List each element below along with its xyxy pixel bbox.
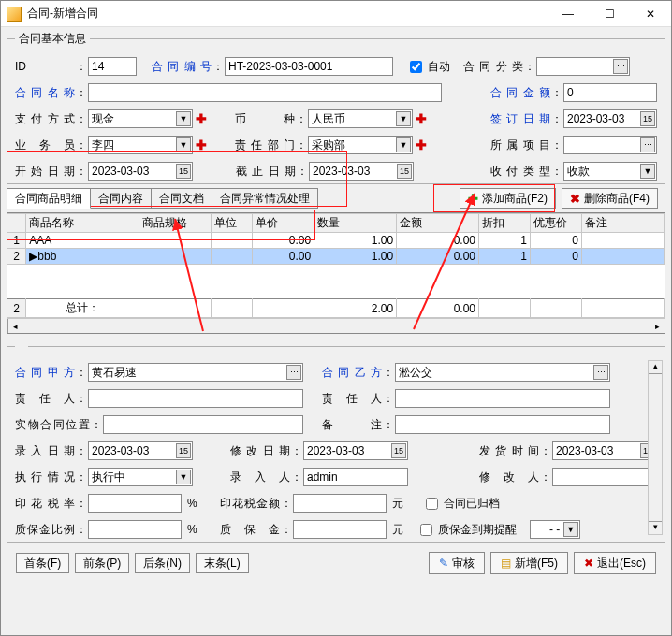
- delete-item-button[interactable]: ✖删除商品(F4): [562, 188, 658, 209]
- deposit-rate-field[interactable]: [88, 520, 182, 539]
- plus-icon[interactable]: ✚: [196, 137, 207, 152]
- lbl-category: 合同分类: [463, 59, 523, 75]
- calendar-icon[interactable]: 15: [640, 111, 655, 126]
- stamp-icon: ✎: [439, 556, 448, 570]
- maximize-button[interactable]: ☐: [589, 1, 630, 27]
- col-header[interactable]: 备注: [581, 214, 664, 233]
- calendar-icon[interactable]: 15: [176, 164, 191, 179]
- chevron-down-icon[interactable]: ▼: [640, 164, 655, 179]
- calendar-icon[interactable]: 15: [397, 164, 412, 179]
- vscrollbar[interactable]: ▴ ▾: [648, 360, 663, 535]
- add-item-button[interactable]: ✚添加商品(F2): [460, 188, 556, 209]
- window-title: 合同-新增合同: [27, 6, 548, 22]
- lbl-status: 执行情况: [15, 470, 75, 485]
- lbl-party-a: 合同甲方: [15, 365, 75, 381]
- calendar-icon[interactable]: 15: [391, 443, 406, 458]
- scroll-down-icon[interactable]: ▾: [649, 521, 662, 534]
- col-header[interactable]: 金额: [397, 214, 479, 233]
- app-icon: [7, 7, 22, 22]
- file-icon: ▤: [501, 556, 511, 570]
- lbl-mod-date: 修改日期: [230, 443, 290, 459]
- basic-info-legend: 合同基本信息: [15, 31, 90, 47]
- contract-no-field[interactable]: [225, 57, 393, 76]
- chevron-down-icon[interactable]: ▼: [176, 111, 191, 126]
- chevron-down-icon[interactable]: ▼: [176, 137, 191, 152]
- col-header[interactable]: 商品名称: [26, 214, 139, 233]
- resp-b-field[interactable]: [395, 389, 610, 408]
- new-button[interactable]: ▤新增(F5): [490, 552, 568, 574]
- lbl-id: ID: [15, 60, 75, 73]
- first-button[interactable]: 首条(F): [16, 553, 69, 573]
- lbl-party-b: 合同乙方: [322, 365, 382, 381]
- entered-by-field[interactable]: [303, 468, 408, 486]
- deposit-alert-checkbox[interactable]: 质保金到期提醒: [416, 521, 517, 539]
- prev-button[interactable]: 前条(P): [75, 553, 129, 573]
- items-grid[interactable]: 商品名称商品规格单位单价数量金额折扣优惠价备注 1AAA0.001.000.00…: [7, 212, 665, 334]
- ellipsis-icon[interactable]: ⋯: [613, 59, 628, 74]
- plus-icon[interactable]: ✚: [416, 111, 427, 126]
- lbl-resp-b: 责 任 人: [322, 391, 382, 407]
- deposit-field[interactable]: [293, 520, 387, 539]
- lbl-name: 合同名称: [15, 85, 75, 101]
- lbl-project: 所属项目: [490, 137, 550, 153]
- ellipsis-icon[interactable]: ⋯: [593, 365, 608, 380]
- next-button[interactable]: 后条(N): [135, 553, 190, 573]
- lbl-ship-date: 发货时间: [479, 443, 539, 459]
- lbl-deposit: 质 保 金: [220, 522, 280, 538]
- total-row: 2总计：2.000.00: [7, 299, 665, 318]
- loc-field[interactable]: [103, 415, 303, 434]
- titlebar: 合同-新增合同 — ☐ ✕: [1, 1, 671, 27]
- scroll-right-icon[interactable]: ▸: [650, 319, 665, 333]
- chevron-down-icon[interactable]: ▼: [396, 137, 411, 152]
- tab-exceptions[interactable]: 合同异常情况处理: [212, 188, 318, 209]
- lbl-signdate: 签订日期: [490, 111, 550, 127]
- modified-by-field[interactable]: [552, 468, 657, 486]
- stamp-amt-field[interactable]: [293, 494, 387, 513]
- lbl-amount: 合同金额: [490, 85, 550, 101]
- archived-checkbox[interactable]: 合同已归档: [422, 495, 500, 513]
- audit-button[interactable]: ✎审核: [429, 552, 485, 574]
- col-header[interactable]: 优惠价: [530, 214, 581, 233]
- tab-items[interactable]: 合同商品明细: [7, 188, 91, 209]
- col-header[interactable]: 单位: [212, 214, 253, 233]
- amount-field[interactable]: [563, 83, 657, 102]
- lbl-end: 截止日期: [236, 164, 296, 180]
- chevron-down-icon[interactable]: ▼: [396, 111, 411, 126]
- party-a-field[interactable]: [88, 363, 303, 382]
- col-header[interactable]: 单价: [253, 214, 314, 233]
- hscrollbar[interactable]: ◂ ▸: [7, 318, 665, 333]
- tab-content[interactable]: 合同内容: [90, 188, 152, 209]
- party-b-field[interactable]: [395, 363, 610, 382]
- plus-icon[interactable]: ✚: [416, 137, 427, 152]
- stamp-rate-field[interactable]: [88, 494, 182, 513]
- table-row[interactable]: 2▶bbb0.001.000.0010: [7, 249, 665, 265]
- chevron-down-icon[interactable]: ▼: [176, 470, 191, 484]
- last-button[interactable]: 末条(L): [196, 553, 249, 573]
- scroll-left-icon[interactable]: ◂: [7, 319, 22, 333]
- lbl-entered-by: 录 入 人: [230, 470, 290, 485]
- auto-checkbox[interactable]: 自动: [406, 58, 450, 76]
- lbl-stamp-amt: 印花税金额: [220, 496, 280, 512]
- lbl-modified-by: 修 改 人: [479, 470, 539, 485]
- chevron-down-icon[interactable]: ▼: [563, 522, 578, 537]
- calendar-icon[interactable]: 15: [176, 443, 191, 458]
- remark-field[interactable]: [395, 415, 610, 434]
- scroll-up-icon[interactable]: ▴: [649, 361, 662, 374]
- id-field[interactable]: [88, 57, 137, 76]
- col-header[interactable]: 折扣: [479, 214, 531, 233]
- close-button[interactable]: ✕: [630, 1, 671, 27]
- resp-a-field[interactable]: [88, 389, 303, 408]
- lbl-loc: 实物合同位置: [15, 417, 90, 433]
- plus-icon[interactable]: ✚: [196, 111, 207, 126]
- name-field[interactable]: [88, 83, 442, 102]
- table-row[interactable]: 1AAA0.001.000.0010: [7, 233, 665, 249]
- col-header[interactable]: 商品规格: [139, 214, 212, 233]
- ellipsis-icon[interactable]: ⋯: [286, 365, 301, 380]
- col-header[interactable]: 数量: [314, 214, 397, 233]
- ellipsis-icon[interactable]: ⋯: [640, 137, 655, 152]
- exit-button[interactable]: ✖退出(Esc): [574, 552, 656, 574]
- minimize-button[interactable]: —: [548, 1, 589, 27]
- lbl-start: 开始日期: [15, 164, 75, 180]
- tab-docs[interactable]: 合同文档: [151, 188, 212, 209]
- footer: 首条(F) 前条(P) 后条(N) 末条(L) ✎审核 ▤新增(F5) ✖退出(…: [7, 547, 665, 579]
